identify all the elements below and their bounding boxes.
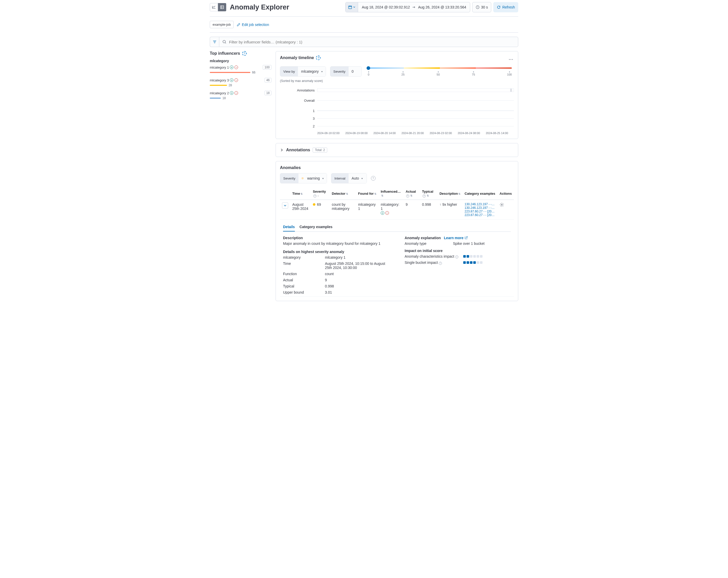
axis-tick: 2024-08-23 02:00 bbox=[430, 132, 458, 135]
category-example-link[interactable]: 130.246.123.197 - - [… bbox=[465, 206, 495, 210]
remove-filter-icon[interactable]: − bbox=[234, 65, 238, 69]
help-icon[interactable]: ? bbox=[242, 51, 247, 56]
search-icon bbox=[223, 40, 227, 44]
details-heading: Details on highest severity anomaly bbox=[283, 250, 389, 254]
cell-detector: count by mlcategory bbox=[330, 200, 356, 219]
scale-tick: 0 bbox=[368, 71, 369, 76]
col-found-for[interactable]: Found for⇅ bbox=[356, 188, 379, 200]
view-toggle-table[interactable] bbox=[218, 3, 226, 11]
col-time[interactable]: Time⇅ bbox=[290, 188, 311, 200]
influencer-bar bbox=[210, 72, 251, 73]
remove-filter-icon[interactable]: − bbox=[234, 78, 238, 82]
category-example-link[interactable]: 130.246.123.197 - - [… bbox=[465, 202, 495, 206]
scale-tick: 50 bbox=[437, 71, 440, 76]
axis-tick: 2024-08-20 14:00 bbox=[373, 132, 401, 135]
remove-filter-icon[interactable]: − bbox=[234, 91, 238, 95]
cell-actual: 9 bbox=[404, 200, 420, 219]
top-influencers-title: Top influencers bbox=[210, 51, 240, 56]
filter-input[interactable] bbox=[229, 40, 515, 44]
date-range-picker[interactable]: Aug 18, 2024 @ 02:39:02.912 Aug 26, 2024… bbox=[345, 2, 470, 12]
timeline-menu[interactable] bbox=[508, 56, 514, 62]
arrow-right-icon bbox=[412, 6, 415, 8]
swimlane-lane-label: 1 bbox=[280, 109, 317, 113]
date-from: Aug 18, 2024 @ 02:39:02.912 bbox=[362, 5, 410, 9]
edit-job-selection[interactable]: Edit job selection bbox=[237, 23, 269, 27]
annotation-marker[interactable] bbox=[510, 89, 512, 92]
view-by-select[interactable]: View by mlcategory▾ bbox=[280, 66, 326, 77]
col-severity[interactable]: Severity?↓ bbox=[311, 188, 330, 200]
influencer-bar bbox=[210, 98, 221, 99]
col-examples: Category examples bbox=[463, 188, 497, 200]
scale-thumb[interactable] bbox=[367, 66, 370, 70]
table-row-detail: Details Category examples Description Ma… bbox=[280, 219, 514, 297]
chevron-right-icon bbox=[280, 148, 284, 152]
interval-value: 30 s bbox=[481, 5, 488, 9]
calendar-icon bbox=[348, 5, 352, 9]
severity-threshold-input[interactable]: Severity 0 bbox=[330, 66, 362, 77]
clock-icon bbox=[475, 5, 480, 9]
chevron-down-icon: ▾ bbox=[361, 177, 363, 180]
top-influencers-panel: Top influencers ? mlcategory mlcategory … bbox=[210, 51, 271, 305]
auto-refresh-interval[interactable]: 30 s bbox=[472, 2, 491, 12]
svg-rect-0 bbox=[220, 6, 224, 9]
row-actions-button[interactable] bbox=[499, 202, 512, 207]
help-icon[interactable]: ? bbox=[371, 176, 375, 181]
annotations-accordion[interactable]: Annotations Total: 2 bbox=[280, 147, 514, 153]
svg-point-3 bbox=[223, 40, 226, 43]
influencer-item: mlcategory 2 + − 18 18 bbox=[210, 91, 271, 100]
cell-typical: 0.998 bbox=[420, 200, 438, 219]
tab-category-examples[interactable]: Category examples bbox=[300, 223, 332, 231]
add-filter-icon[interactable]: + bbox=[230, 78, 233, 82]
job-selection-row: example-job Edit job selection bbox=[210, 17, 518, 33]
refresh-button[interactable]: Refresh bbox=[493, 2, 518, 12]
swimlane-chart: Annotations Overall 1 3 2 bbox=[280, 86, 514, 135]
table-row: August 25th 2024 69 count by mlcategory … bbox=[280, 200, 514, 219]
tab-details[interactable]: Details bbox=[283, 223, 295, 231]
impact-dots bbox=[463, 255, 483, 258]
col-detector[interactable]: Detector⇅ bbox=[330, 188, 356, 200]
chevron-down-icon: ▾ bbox=[322, 177, 323, 180]
severity-scale[interactable]: 0255075100 bbox=[366, 66, 514, 76]
calendar-button[interactable] bbox=[345, 2, 358, 12]
category-example-link[interactable]: 223.87.60.27 - - [201… bbox=[465, 213, 495, 217]
gear-icon bbox=[499, 202, 504, 207]
scale-tick: 75 bbox=[472, 71, 475, 76]
influencer-item: mlcategory 1 + − 100 66 bbox=[210, 65, 271, 74]
anomalies-interval-select[interactable]: Interval Auto▾ bbox=[331, 173, 367, 184]
help-icon[interactable]: ? bbox=[316, 55, 320, 60]
scale-tick: 25 bbox=[401, 71, 405, 76]
cell-influenced: mlcategory: 1 + − bbox=[379, 200, 404, 219]
learn-more-link[interactable]: Learn more bbox=[444, 236, 468, 240]
swimlane-row: 3 bbox=[280, 115, 514, 122]
impact-heading: Impact on initial score bbox=[405, 249, 511, 253]
view-toggle-chart[interactable] bbox=[210, 3, 218, 11]
chevron-down-icon: ▾ bbox=[321, 70, 322, 73]
add-filter-icon[interactable]: + bbox=[230, 91, 233, 95]
influencer-total: 46 bbox=[264, 78, 271, 82]
anomalies-severity-select[interactable]: Severity warning▾ bbox=[280, 173, 327, 184]
swimlane-row: 2 bbox=[280, 122, 514, 130]
influencer-total: 18 bbox=[264, 91, 271, 95]
influencer-total: 100 bbox=[263, 65, 271, 70]
filter-bar bbox=[210, 37, 518, 47]
page-title: Anomaly Explorer bbox=[230, 3, 289, 11]
axis-tick: 2024-08-21 20:00 bbox=[401, 132, 430, 135]
col-description[interactable]: Description⇅ bbox=[438, 188, 463, 200]
anomalies-table: Time⇅ Severity?↓ Detector⇅ Found for⇅ In… bbox=[280, 188, 514, 297]
swimlane-row: 1 bbox=[280, 107, 514, 115]
page-header: Anomaly Explorer Aug 18, 2024 @ 02:39:02… bbox=[210, 0, 518, 17]
col-influenced[interactable]: Influenced…⇅ bbox=[379, 188, 404, 200]
col-typical[interactable]: Typical?⇅ bbox=[420, 188, 438, 200]
add-filter-icon[interactable]: + bbox=[230, 65, 233, 69]
annotations-card: Annotations Total: 2 bbox=[276, 143, 518, 157]
cell-severity: 69 bbox=[311, 200, 330, 219]
filter-options-button[interactable] bbox=[210, 37, 219, 47]
category-example-link[interactable]: 223.87.60.27 - - [201… bbox=[465, 210, 495, 213]
influencer-label: mlcategory 2 bbox=[210, 91, 229, 95]
remove-filter-icon[interactable]: − bbox=[385, 211, 389, 215]
timeline-title: Anomaly timeline bbox=[280, 55, 314, 60]
col-actual[interactable]: Actual?⇅ bbox=[404, 188, 420, 200]
pencil-icon bbox=[237, 23, 240, 26]
expand-row-button[interactable] bbox=[282, 202, 288, 209]
add-filter-icon[interactable]: + bbox=[381, 211, 384, 215]
